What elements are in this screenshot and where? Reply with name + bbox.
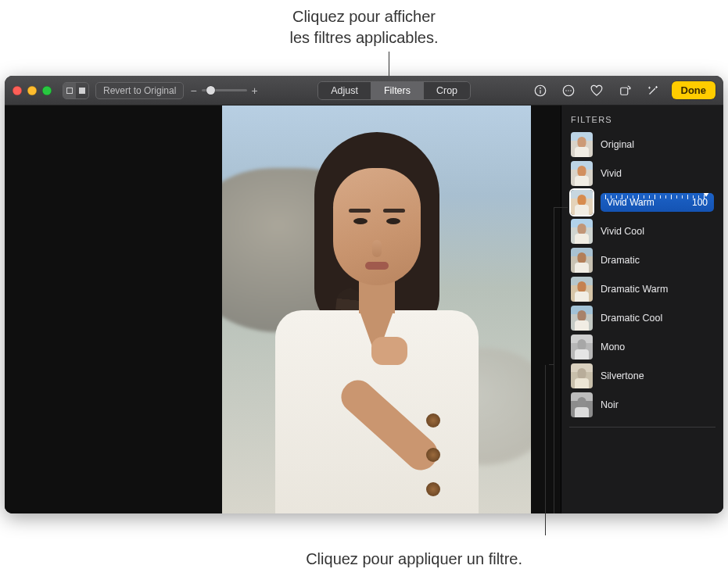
- zoom-slider[interactable]: − +: [190, 84, 257, 97]
- photo-preview: [222, 106, 531, 513]
- single-view-icon: [76, 83, 88, 98]
- zoom-out-icon: −: [190, 84, 196, 97]
- edit-mode-segmented-control: Adjust Filters Crop: [317, 81, 471, 100]
- filter-thumb: [571, 277, 593, 302]
- info-icon[interactable]: [531, 82, 550, 99]
- filter-item-dramatic-cool[interactable]: Dramatic Cool: [568, 304, 717, 332]
- filter-thumb: [571, 392, 593, 417]
- filter-thumb: [571, 190, 593, 215]
- filter-item-dramatic[interactable]: Dramatic: [568, 246, 717, 274]
- filter-intensity-slider[interactable]: Vivid Warm 100: [601, 193, 714, 212]
- filter-thumb: [571, 306, 593, 331]
- tab-adjust[interactable]: Adjust: [318, 82, 371, 99]
- svg-rect-7: [620, 88, 627, 95]
- filter-label: Vivid Warm: [607, 197, 654, 208]
- filter-label: Original: [601, 139, 634, 150]
- callout-leader-line: [389, 52, 389, 79]
- zoom-track: [202, 89, 247, 91]
- callout-filters-tab: Cliquez pour afficher les filtres applic…: [0, 6, 728, 48]
- revert-to-original-button[interactable]: Revert to Original: [95, 82, 184, 99]
- tab-crop[interactable]: Crop: [424, 82, 470, 99]
- svg-point-6: [570, 90, 572, 91]
- done-button[interactable]: Done: [672, 81, 716, 99]
- callout-apply-filter: Cliquez pour appliquer un filtre.: [0, 550, 522, 568]
- filter-thumb: [571, 363, 593, 388]
- tab-filters[interactable]: Filters: [371, 82, 424, 99]
- filters-panel-title: FILTERS: [571, 115, 717, 124]
- filter-thumb: [571, 161, 593, 186]
- filter-item-vivid-warm[interactable]: Vivid Warm 100: [568, 188, 717, 216]
- auto-enhance-icon[interactable]: [644, 82, 662, 99]
- callout-text: Cliquez pour afficher: [292, 8, 436, 25]
- toolbar-right-icons: Done: [531, 81, 716, 99]
- filter-item-noir[interactable]: Noir: [568, 391, 717, 419]
- callout-text: Cliquez pour appliquer un filtre.: [306, 550, 522, 567]
- filter-label: Vivid Cool: [601, 226, 644, 237]
- photo-canvas[interactable]: [5, 106, 561, 513]
- editor-body: FILTERS Original Vivid Vivid Warm: [5, 106, 723, 513]
- fullscreen-window-button[interactable]: [42, 86, 52, 95]
- svg-point-5: [568, 90, 569, 91]
- thumbnail-view-icon: [63, 83, 76, 98]
- svg-point-2: [540, 88, 540, 88]
- minimize-window-button[interactable]: [27, 86, 37, 95]
- filters-panel: FILTERS Original Vivid Vivid Warm: [561, 106, 723, 513]
- callout-text: les filtres applicables.: [289, 29, 438, 46]
- filter-label: Silvertone: [601, 370, 644, 381]
- filter-item-dramatic-warm[interactable]: Dramatic Warm: [568, 275, 717, 303]
- filter-thumb: [571, 335, 593, 360]
- photos-edit-window: Revert to Original − + Adjust Filters Cr…: [5, 76, 723, 513]
- filter-item-vivid[interactable]: Vivid: [568, 159, 717, 188]
- window-controls: [13, 86, 52, 95]
- close-window-button[interactable]: [13, 86, 22, 95]
- filter-item-silvertone[interactable]: Silvertone: [568, 362, 717, 390]
- view-layout-toggle[interactable]: [63, 82, 89, 99]
- zoom-in-icon: +: [252, 84, 258, 97]
- filter-item-vivid-cool[interactable]: Vivid Cool: [568, 217, 717, 245]
- filter-thumb: [571, 219, 593, 244]
- callout-bracket: [554, 207, 568, 513]
- more-icon[interactable]: [559, 82, 578, 99]
- callout-leader-line: [545, 365, 546, 535]
- favorite-heart-icon[interactable]: [587, 82, 606, 99]
- filter-item-mono[interactable]: Mono: [568, 333, 717, 361]
- svg-point-4: [565, 90, 567, 91]
- filter-label: Mono: [601, 342, 625, 352]
- filter-intensity-value: 100: [692, 197, 708, 208]
- filter-label: Dramatic: [601, 255, 640, 266]
- callout-bracket-stem: [549, 364, 554, 365]
- window-toolbar: Revert to Original − + Adjust Filters Cr…: [5, 76, 723, 106]
- filter-item-original[interactable]: Original: [568, 131, 717, 159]
- filter-label: Vivid: [601, 168, 622, 179]
- panel-divider: [569, 427, 715, 428]
- filter-list: Original Vivid Vivid Warm 100: [568, 131, 717, 419]
- zoom-knob[interactable]: [206, 86, 215, 95]
- filter-thumb: [571, 132, 593, 157]
- filter-label: Dramatic Warm: [601, 284, 668, 295]
- filter-label: Noir: [601, 399, 619, 410]
- rotate-icon[interactable]: [615, 82, 634, 99]
- filter-label: Dramatic Cool: [601, 313, 662, 324]
- filter-thumb: [571, 248, 593, 273]
